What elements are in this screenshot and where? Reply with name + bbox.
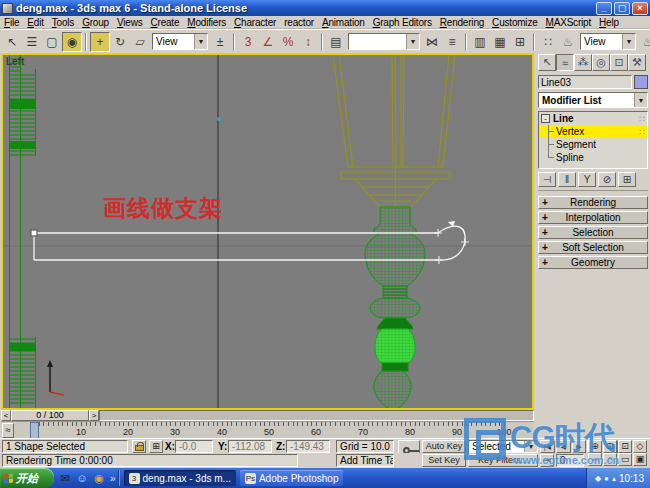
previous-frame-button[interactable]: ◀ <box>556 440 571 453</box>
object-color-swatch[interactable] <box>634 75 648 89</box>
viewport-label[interactable]: Left <box>6 56 24 67</box>
render-scene-icon[interactable]: ♨ <box>558 32 578 52</box>
named-selection-sets-icon[interactable]: ▤ <box>326 32 346 52</box>
menu-item-help[interactable]: Help <box>595 17 623 28</box>
x-coordinate-field[interactable]: -0.0 <box>175 440 213 453</box>
rollout-geometry[interactable]: +Geometry <box>538 256 648 269</box>
menu-item-group[interactable]: Group <box>78 17 113 28</box>
make-unique-button[interactable]: Y <box>578 172 596 187</box>
z-coordinate-field[interactable]: -149.43 <box>286 440 330 453</box>
quicklaunch-overflow-chevron[interactable]: » <box>110 473 116 484</box>
quick-render-icon[interactable]: ♨ <box>638 32 650 52</box>
time-slider-handle[interactable]: 0 / 100 <box>11 410 89 421</box>
set-key-button[interactable]: Set Key <box>422 454 466 467</box>
task-button-deng-max-3ds-m-[interactable]: 3deng.max - 3ds m... <box>124 470 236 486</box>
quicklaunch-messenger-icon[interactable]: ☺ <box>75 471 89 485</box>
key-filters-button[interactable]: Key Filters... <box>468 454 538 467</box>
mirror-icon[interactable]: ⋈ <box>422 32 442 52</box>
quicklaunch-msn-icon[interactable]: ✉ <box>58 471 72 485</box>
dropdown-arrow-icon[interactable]: ▼ <box>406 34 419 49</box>
menu-item-create[interactable]: Create <box>146 17 183 28</box>
named-selection-dropdown[interactable]: ▼ <box>348 33 420 50</box>
play-button[interactable]: ▶ <box>572 440 587 453</box>
rollout-soft-selection[interactable]: +Soft Selection <box>538 241 648 254</box>
zoom-region-button[interactable]: ▭ <box>618 453 632 466</box>
track-bar[interactable]: ≈ 0102030405060708090100 <box>1 421 534 438</box>
dropdown-arrow-icon[interactable]: ▼ <box>634 93 647 107</box>
configure-modifier-sets-button[interactable]: ⊞ <box>618 172 636 187</box>
render-type-dropdown[interactable]: View▼ <box>580 33 636 50</box>
dropdown-arrow-icon[interactable]: ▼ <box>194 34 207 49</box>
time-slider-track[interactable] <box>99 410 534 421</box>
dropdown-arrow-icon[interactable]: ▼ <box>524 441 537 452</box>
schematic-view-icon[interactable]: ⊞ <box>510 32 530 52</box>
stack-subobject-segment[interactable]: Segment <box>539 138 647 151</box>
material-editor-icon[interactable]: ∷ <box>538 32 558 52</box>
tab-hierarchy[interactable]: ⁂ <box>574 54 592 71</box>
spinner-snap-icon[interactable]: ↕ <box>298 32 318 52</box>
angle-snap-icon[interactable]: ∠ <box>258 32 278 52</box>
layer-manager-icon[interactable]: ▥ <box>470 32 490 52</box>
selection-lock-button[interactable] <box>132 440 146 453</box>
zoom-button[interactable]: ⊕ <box>588 440 602 453</box>
show-end-result-button[interactable]: ‖ <box>558 172 576 187</box>
percent-snap-icon[interactable]: % <box>278 32 298 52</box>
menu-item-reactor[interactable]: reactor <box>280 17 318 28</box>
selection-region-icon[interactable]: ▢ <box>42 32 62 52</box>
tab-display[interactable]: ⊡ <box>610 54 628 71</box>
object-name-field[interactable]: Line03 <box>538 75 632 89</box>
rollout-selection[interactable]: +Selection <box>538 226 648 239</box>
current-frame-field[interactable]: 0 <box>556 454 584 467</box>
min-max-toggle-button[interactable]: ▣ <box>633 453 647 466</box>
menu-item-customize[interactable]: Customize <box>488 17 541 28</box>
menu-item-graph-editors[interactable]: Graph Editors <box>369 17 436 28</box>
task-button-adobe-photoshop[interactable]: PsAdobe Photoshop <box>240 470 344 486</box>
stack-root-row[interactable]: -Line∷ <box>539 112 647 125</box>
mini-curve-editor-button[interactable]: ≈ <box>2 423 14 438</box>
tab-motion[interactable]: ◎ <box>592 54 610 71</box>
snap-toggle-3d-icon[interactable]: 3 <box>238 32 258 52</box>
remove-modifier-button[interactable]: ⊘ <box>598 172 616 187</box>
menu-item-modifiers[interactable]: Modifiers <box>183 17 230 28</box>
field-of-view-button[interactable]: ◇ <box>633 440 647 453</box>
tab-modify[interactable]: ≈ <box>556 54 574 71</box>
menu-item-rendering[interactable]: Rendering <box>436 17 488 28</box>
frame-marker[interactable] <box>30 422 39 438</box>
modifier-list-dropdown[interactable]: Modifier List ▼ <box>538 92 648 108</box>
select-object-icon[interactable]: ↖ <box>2 32 22 52</box>
start-button[interactable]: 开始 <box>0 468 54 488</box>
quicklaunch-media-icon[interactable]: ◉ <box>92 471 106 485</box>
window-crossing-icon[interactable]: ◉ <box>62 32 82 52</box>
menu-item-tools[interactable]: Tools <box>48 17 78 28</box>
curve-editor-icon[interactable]: ▦ <box>490 32 510 52</box>
zoom-extents-button[interactable]: ⊡ <box>618 440 632 453</box>
rollout-interpolation[interactable]: +Interpolation <box>538 211 648 224</box>
select-manipulate-icon[interactable]: ± <box>210 32 230 52</box>
menu-item-maxscript[interactable]: MAXScript <box>542 17 595 28</box>
ref-coord-dropdown[interactable]: View▼ <box>152 33 208 50</box>
select-by-name-icon[interactable]: ☰ <box>22 32 42 52</box>
minimize-button[interactable]: _ <box>596 2 612 15</box>
stack-subobject-spline[interactable]: Spline <box>539 151 647 164</box>
key-filter-dropdown[interactable]: Selected ▼ <box>468 440 538 453</box>
collapse-icon[interactable]: - <box>541 114 550 123</box>
tab-create[interactable]: ↖ <box>538 54 556 71</box>
close-button[interactable]: × <box>632 2 648 15</box>
select-rotate-icon[interactable]: ↻ <box>110 32 130 52</box>
viewport-canvas[interactable] <box>3 55 532 408</box>
absolute-offset-toggle[interactable]: ⊞ <box>149 440 163 453</box>
pan-button[interactable]: ⇔ <box>588 453 602 466</box>
arc-rotate-button[interactable]: ∩ <box>603 453 617 466</box>
align-icon[interactable]: ≡ <box>442 32 462 52</box>
auto-key-button[interactable]: Auto Key <box>422 440 466 453</box>
restore-button[interactable]: ▢ <box>614 2 630 15</box>
dropdown-arrow-icon[interactable]: ▼ <box>622 34 635 49</box>
menu-item-edit[interactable]: Edit <box>23 17 47 28</box>
select-move-icon[interactable]: + <box>90 32 110 52</box>
menu-item-views[interactable]: Views <box>113 17 147 28</box>
go-to-start-button[interactable]: |◀ <box>540 440 555 453</box>
add-time-tag-button[interactable]: Add Time Tag <box>336 454 394 467</box>
select-scale-icon[interactable]: ▱ <box>130 32 150 52</box>
menu-item-animation[interactable]: Animation <box>318 17 369 28</box>
time-slider-prev-button[interactable]: < <box>1 410 11 421</box>
